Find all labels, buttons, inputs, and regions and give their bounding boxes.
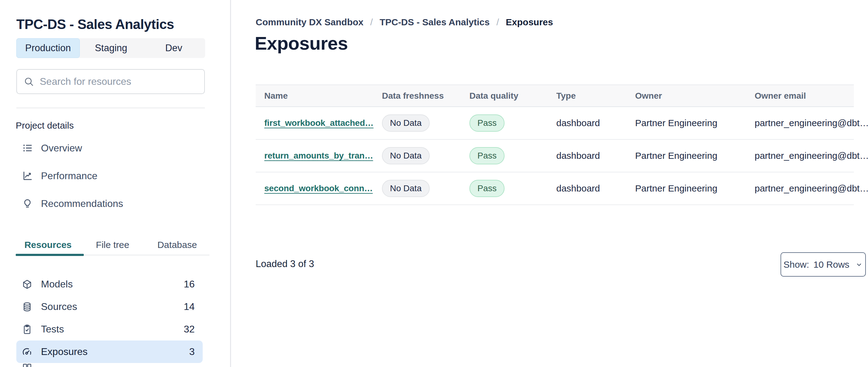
- resource-label: Sources: [41, 301, 184, 312]
- table-row: return_amounts_by_tran… No Data Pass das…: [256, 140, 854, 172]
- sidebar-item-models[interactable]: Models 16: [16, 273, 203, 295]
- rows-per-page-dropdown[interactable]: Show: 10 Rows: [780, 252, 866, 277]
- sidebar-tabbar: Resources File tree Database: [16, 234, 210, 255]
- gauge-icon: [22, 347, 32, 357]
- nav-label: Recommendations: [41, 198, 123, 209]
- active-tab-indicator: [16, 254, 84, 256]
- env-tab-dev[interactable]: Dev: [142, 38, 205, 58]
- search-input[interactable]: [40, 76, 197, 87]
- project-title: TPC-DS - Sales Analytics: [16, 17, 174, 32]
- quality-badge: Pass: [469, 147, 504, 164]
- tab-file-tree[interactable]: File tree: [81, 234, 145, 255]
- owner-cell: Partner Engineering: [635, 183, 755, 194]
- col-header-owner: Owner: [635, 91, 755, 101]
- project-details-label: Project details: [16, 120, 73, 131]
- sidebar-item-partial[interactable]: [22, 363, 32, 367]
- type-cell: dashboard: [556, 183, 635, 194]
- resource-count: 16: [184, 279, 195, 290]
- tabbar-underline: [16, 255, 210, 255]
- quality-badge: Pass: [469, 180, 504, 197]
- chart-line-icon: [22, 170, 33, 181]
- exposure-name-link[interactable]: return_amounts_by_tran…: [264, 151, 373, 160]
- col-header-name: Name: [264, 91, 382, 101]
- env-tab-production[interactable]: Production: [16, 38, 80, 58]
- sidebar-main-divider: [230, 0, 231, 367]
- lightbulb-icon: [22, 198, 33, 209]
- nav-item-performance[interactable]: Performance: [16, 162, 201, 190]
- clipboard-check-icon: [22, 324, 32, 335]
- nav-item-overview[interactable]: Overview: [16, 134, 201, 162]
- resource-count: 32: [184, 323, 195, 335]
- project-nav: Overview Performance Recommendations: [16, 134, 201, 218]
- show-value: 10 Rows: [813, 259, 849, 270]
- chevron-down-icon: [855, 261, 863, 269]
- breadcrumb-current: Exposures: [506, 17, 553, 27]
- col-header-owner-email: Owner email: [755, 91, 854, 101]
- sidebar-item-exposures[interactable]: Exposures 3: [16, 340, 203, 363]
- sidebar-divider: [16, 108, 205, 108]
- resource-label: Exposures: [41, 346, 189, 358]
- page-title: Exposures: [255, 33, 348, 54]
- sidebar-item-tests[interactable]: Tests 32: [16, 318, 203, 340]
- breadcrumb: Community DX Sandbox / TPC-DS - Sales An…: [256, 16, 553, 28]
- explorer-screen: TPC-DS - Sales Analytics Production Stag…: [0, 0, 868, 367]
- table-header-row: Name Data freshness Data quality Type Ow…: [256, 85, 854, 107]
- cube-icon: [22, 279, 32, 290]
- tab-database[interactable]: Database: [145, 234, 210, 255]
- resource-count: 3: [189, 346, 195, 358]
- owner-cell: Partner Engineering: [635, 150, 755, 161]
- table-row: second_workbook_conn… No Data Pass dashb…: [256, 172, 854, 205]
- col-header-freshness: Data freshness: [382, 91, 469, 101]
- breadcrumb-separator: /: [370, 17, 373, 27]
- environment-switcher: Production Staging Dev: [16, 38, 205, 58]
- nav-label: Overview: [41, 142, 82, 154]
- table-row: first_workbook_attached… No Data Pass da…: [256, 107, 854, 140]
- breadcrumb-project[interactable]: TPC-DS - Sales Analytics: [379, 17, 490, 27]
- freshness-badge: No Data: [382, 180, 430, 197]
- show-label: Show:: [783, 259, 809, 270]
- loaded-status: Loaded 3 of 3: [256, 258, 314, 270]
- breadcrumb-account[interactable]: Community DX Sandbox: [256, 17, 364, 27]
- env-tab-staging[interactable]: Staging: [80, 38, 143, 58]
- freshness-badge: No Data: [382, 147, 430, 164]
- freshness-badge: No Data: [382, 114, 430, 132]
- tab-resources[interactable]: Resources: [16, 234, 81, 255]
- owner-email-cell: partner_engineering@dbt…: [755, 118, 868, 128]
- col-header-type: Type: [556, 91, 635, 101]
- owner-email-cell: partner_engineering@dbt…: [755, 183, 868, 194]
- type-cell: dashboard: [556, 150, 635, 161]
- exposure-name-link[interactable]: first_workbook_attached…: [264, 118, 374, 128]
- breadcrumb-separator: /: [497, 17, 499, 27]
- sidebar-item-sources[interactable]: Sources 14: [16, 295, 203, 318]
- owner-email-cell: partner_engineering@dbt…: [755, 150, 868, 161]
- resource-list: Models 16 Sources 14: [16, 273, 203, 363]
- owner-cell: Partner Engineering: [635, 118, 755, 128]
- exposures-table: Name Data freshness Data quality Type Ow…: [256, 85, 854, 205]
- list-icon: [22, 142, 33, 153]
- nav-item-recommendations[interactable]: Recommendations: [16, 190, 201, 218]
- resource-label: Models: [41, 279, 184, 290]
- type-cell: dashboard: [556, 118, 635, 128]
- resource-search[interactable]: [16, 69, 205, 94]
- resource-count: 14: [184, 301, 195, 312]
- resource-label: Tests: [41, 323, 184, 335]
- col-header-quality: Data quality: [469, 91, 556, 101]
- database-icon: [22, 302, 32, 312]
- search-icon: [24, 77, 34, 87]
- quality-badge: Pass: [469, 114, 504, 132]
- exposure-name-link[interactable]: second_workbook_conn…: [264, 184, 373, 193]
- nav-label: Performance: [41, 170, 97, 182]
